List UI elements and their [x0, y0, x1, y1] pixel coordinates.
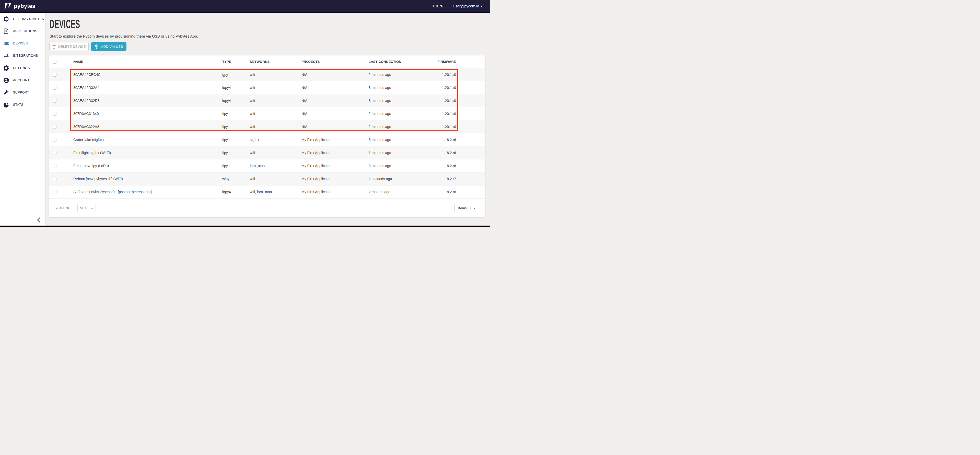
sidebar-item-label: DEVICES [13, 41, 28, 45]
table-row[interactable]: Crater-lake (sigfox) fipy sigfox My Firs… [49, 134, 485, 146]
device-name: Crater-lake (sigfox) [73, 138, 222, 142]
device-last-connection: 3 minutes ago [369, 99, 424, 103]
device-projects: My First Application [301, 151, 369, 155]
table-row[interactable]: Reboot [new pybytes lib] (WiFi) wipy wif… [49, 172, 485, 186]
row-checkbox-cell [49, 86, 73, 90]
row-checkbox[interactable] [52, 99, 56, 103]
sidebar-item-label: STATS [13, 103, 23, 107]
items-per-page-dropdown[interactable]: Items: 30 ▾ [455, 204, 479, 212]
sidebar-item-settings[interactable]: SETTINGS [0, 62, 45, 74]
device-name: Sigfox-test (with Pysense) - [pastoor pe… [73, 190, 222, 194]
account-balance: € 0.76 [433, 4, 443, 8]
row-checkbox[interactable] [52, 73, 56, 76]
code-file-icon [3, 28, 10, 35]
table-row[interactable]: 807D3AC31340 fipy wifi N/A 2 minutes ago… [49, 107, 485, 120]
device-firmware: 1.18.2.r6 [424, 138, 485, 142]
toolbar: DELETE DEVICE A [49, 42, 485, 51]
devices-table-card: NAME TYPE NETWORKS PROJECTS LAST CONNECT… [49, 56, 485, 217]
device-firmware: 1.18.2.r6 [424, 151, 485, 155]
bottom-strip [0, 226, 490, 227]
device-name: 30AEA42CEC4C [73, 73, 222, 76]
sidebar-item-label: INTEGRATIONS [13, 54, 38, 57]
user-email: user@pycom.io [453, 4, 479, 8]
sidebar-collapse-button[interactable] [35, 216, 42, 224]
row-checkbox-cell [49, 73, 73, 76]
device-last-connection: 2 minutes ago [369, 111, 424, 116]
row-checkbox-cell [49, 190, 73, 194]
row-checkbox[interactable] [52, 138, 56, 142]
device-type: lopy4 [222, 86, 250, 90]
device-type: wipy [222, 177, 250, 181]
device-name: 807D3AC322A8 [73, 125, 222, 129]
table-row[interactable]: Sigfox-test (with Pysense) - [pastoor pe… [49, 186, 485, 199]
device-type: fipy [222, 125, 250, 129]
pagination: ← BACK NEXT → Items: 30 ▾ [49, 199, 485, 212]
next-button[interactable]: NEXT → [77, 204, 96, 212]
device-name: First flight sigfox (Wi-Fi) [73, 151, 222, 155]
table-header-row: NAME TYPE NETWORKS PROJECTS LAST CONNECT… [49, 56, 485, 68]
device-firmware: 1.20.1.r0 [424, 73, 485, 76]
chip-icon [3, 40, 10, 47]
column-header-networks: NETWORKS [250, 60, 301, 64]
sidebar-item-integrations[interactable]: INTEGRATIONS [0, 49, 45, 62]
user-menu[interactable]: user@pycom.io ▾ [453, 4, 482, 8]
device-type: fipy [222, 111, 250, 116]
row-checkbox[interactable] [52, 177, 56, 181]
sidebar-item-account[interactable]: ACCOUNT [0, 74, 45, 86]
table-row[interactable]: 807D3AC322A8 fipy wifi N/A 2 minutes ago… [49, 120, 485, 134]
sidebar-item-stats[interactable]: STATS [0, 99, 45, 111]
row-checkbox[interactable] [52, 190, 56, 194]
add-via-usb-button[interactable]: ADD VIA USB [91, 42, 126, 51]
back-button[interactable]: ← BACK [52, 204, 73, 212]
table-row[interactable]: 30AEA42CEC4C gpy wifi N/A 2 minutes ago … [49, 68, 485, 81]
row-checkbox[interactable] [52, 112, 56, 116]
sun-icon [3, 16, 10, 22]
device-projects: N/A [301, 73, 369, 76]
row-checkbox-cell [49, 112, 73, 116]
device-last-connection: 3 minutes ago [369, 164, 424, 168]
table-body: 30AEA42CEC4C gpy wifi N/A 2 minutes ago … [49, 68, 485, 199]
device-firmware: 1.18.2.r6 [424, 164, 485, 168]
device-name: 30AEA42D32A4 [73, 86, 222, 90]
row-checkbox[interactable] [52, 151, 56, 155]
device-last-connection: 2 months ago [369, 190, 424, 194]
pybytes-logo-icon [5, 3, 11, 10]
table-row[interactable]: 30AEA42D32A4 lopy4 wifi N/A 3 minutes ag… [49, 81, 485, 94]
device-type: lopy4 [222, 190, 250, 194]
device-last-connection: 2 seconds ago [369, 177, 424, 181]
pybytes-logo: pybytes [5, 3, 35, 10]
pie-chart-icon [3, 102, 10, 108]
row-checkbox[interactable] [52, 164, 56, 168]
delete-device-button[interactable]: DELETE DEVICE [49, 42, 89, 51]
device-type: fipy [222, 164, 250, 168]
row-checkbox[interactable] [52, 86, 56, 90]
column-header-firmware: FIRMWARE [424, 60, 485, 64]
device-projects: N/A [301, 111, 369, 116]
wrench-icon [3, 89, 10, 96]
device-name: 807D3AC31340 [73, 111, 222, 116]
sidebar-item-support[interactable]: SUPPORT [0, 86, 45, 99]
device-networks: wifi [250, 86, 301, 90]
sidebar-item-label: APPLICATIONS [13, 29, 37, 33]
sidebar-item-getting-started[interactable]: GETTING STARTED [0, 13, 45, 25]
row-checkbox-cell [49, 138, 73, 142]
device-type: gpy [222, 73, 250, 76]
sidebar-item-devices[interactable]: DEVICES [0, 37, 45, 49]
device-last-connection: 5 minutes ago [369, 138, 424, 142]
row-checkbox-cell [49, 177, 73, 181]
device-networks: sigfox [250, 138, 301, 142]
device-networks: wifi [250, 73, 301, 76]
row-checkbox-cell [49, 151, 73, 155]
table-row[interactable]: 30AEA42D32D8 lopy4 wifi N/A 3 minutes ag… [49, 94, 485, 107]
device-type: fipy [222, 138, 250, 142]
device-type: lopy4 [222, 99, 250, 103]
table-row[interactable]: Fresh-new-fipy (LoRa) fipy lora_otaa My … [49, 159, 485, 172]
table-row[interactable]: First flight sigfox (Wi-Fi) fipy wifi My… [49, 146, 485, 159]
select-all-checkbox[interactable] [52, 60, 56, 64]
row-checkbox[interactable] [52, 125, 56, 129]
column-header-last-connection: LAST CONNECTION [369, 60, 424, 64]
device-networks: wifi [250, 177, 301, 181]
page-title: DEVICES [49, 18, 485, 32]
sidebar-item-applications[interactable]: APPLICATIONS [0, 25, 45, 37]
sidebar: GETTING STARTED APPLICATIONS [0, 13, 45, 226]
